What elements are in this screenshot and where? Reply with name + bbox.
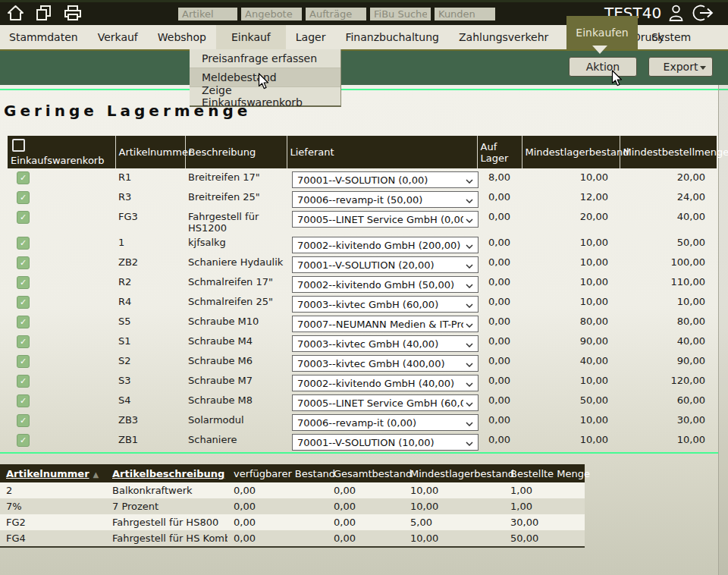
right-scroll-strip[interactable]: [718, 85, 728, 575]
auf-lager-value: 0,00: [477, 253, 522, 273]
row-checkbox[interactable]: ✓: [17, 335, 30, 348]
user-icon[interactable]: [667, 4, 685, 25]
search-input-kunden[interactable]: [435, 8, 495, 20]
auf-lager-value: 0,00: [477, 293, 522, 313]
column-header-beschreibung: Beschreibung: [185, 136, 287, 168]
home-icon[interactable]: [6, 4, 25, 22]
row-checkbox[interactable]: ✓: [17, 171, 30, 184]
bottom-table-body: 2Balkonkraftwerk0,000,0010,001,007%7 Pro…: [0, 482, 585, 547]
lieferant-select-value: 70003--kivtec GmbH (60,00): [297, 299, 463, 310]
checkbox-cell: ✓: [8, 431, 115, 451]
gesamtbestand-cell: 0,00: [328, 530, 404, 547]
table-row: ✓S2Schraube M670003--kivtec GmbH (400,00…: [8, 352, 717, 372]
copy-icon[interactable]: [35, 4, 53, 22]
table-row: ✓S1Schraube M470003--kivtec GmbH (40,00)…: [8, 332, 717, 352]
lieferant-select[interactable]: 70001--V-SOLUTION (10,00): [292, 434, 479, 451]
bottom-column-header-artikelbeschreibung[interactable]: Artikelbeschreibung: [106, 464, 228, 482]
table-row: ✓R2Schmalreifen 17"70002--kivitendo GmbH…: [8, 273, 717, 293]
lieferant-cell: 70001--V-SOLUTION (20,00): [287, 253, 477, 273]
lieferant-select-value: 70005--LINET Service GmbH (0,00): [297, 214, 463, 225]
row-checkbox[interactable]: ✓: [17, 414, 30, 427]
mindestbestellmenge-value: 50,00: [620, 234, 717, 253]
menu-item-lager[interactable]: Lager: [286, 25, 336, 49]
table-row: ✓1kjfsalkg70002--kivitendo GmbH (200,00)…: [8, 234, 717, 253]
chevron-down-icon: [463, 378, 473, 389]
lieferant-select[interactable]: 70003--kivtec GmbH (60,00): [292, 296, 479, 313]
beschreibung-cell: Schraube M10: [185, 313, 287, 332]
export-button[interactable]: Export: [648, 57, 713, 77]
mindestlagerbestand-value: 40,00: [522, 352, 620, 372]
lieferant-select[interactable]: 70001--V-SOLUTION (0,00): [292, 171, 479, 188]
lieferant-select[interactable]: 70002--kivitendo GmbH (50,00): [292, 276, 479, 293]
lieferant-select[interactable]: 70006--revamp-it (0,00): [292, 414, 479, 431]
menu-item-stammdaten[interactable]: Stammdaten: [0, 25, 88, 49]
logout-icon[interactable]: [692, 4, 716, 25]
row-checkbox[interactable]: ✓: [17, 256, 30, 269]
menu-item-zahlungsverkehr[interactable]: Zahlungsverkehr: [449, 25, 558, 49]
row-checkbox[interactable]: ✓: [17, 316, 30, 328]
lieferant-select[interactable]: 70001--V-SOLUTION (20,00): [292, 256, 479, 273]
bottom-column-header-verfügbarer-bestand: verfügbarer Bestand: [228, 464, 328, 482]
column-header-mindestbestellmenge: Mindestbestellmenge: [620, 136, 717, 168]
chevron-down-icon: [463, 299, 473, 310]
artikelnummer-cell: S3: [115, 372, 185, 391]
chevron-down-icon: [463, 174, 473, 186]
lieferant-select[interactable]: 70005--LINET Service GmbH (0,00): [292, 211, 479, 228]
lieferant-select[interactable]: 70005--LINET Service GmbH (60,00): [292, 394, 479, 411]
menu-item-webshop[interactable]: Webshop: [148, 25, 216, 49]
lieferant-select[interactable]: 70002--kivitendo GmbH (200,00): [292, 237, 479, 253]
auf-lager-value: 0,00: [477, 391, 522, 411]
print-icon[interactable]: [63, 4, 83, 22]
lieferant-select[interactable]: 70002--kivitendo GmbH (40,00): [292, 375, 479, 391]
lieferant-select[interactable]: 70003--kivtec GmbH (400,00): [292, 355, 479, 372]
lieferant-select-value: 70006--revamp-it (50,00): [297, 194, 463, 206]
lieferant-select[interactable]: 70003--kivtec GmbH (40,00): [292, 335, 479, 352]
topbar-accent-strip: [0, 0, 728, 2]
checkbox-cell: ✓: [8, 313, 115, 332]
lieferant-select[interactable]: 70007--NEUMANN Medien & IT-Proje: [292, 316, 479, 332]
mindestlagerbestand-cell: 10,00: [404, 498, 504, 514]
bottom-column-header-label: Artikelbeschreibung: [112, 468, 224, 479]
menu-item-einkauf[interactable]: Einkauf: [216, 25, 286, 49]
mindestlagerbestand-value: 10,00: [522, 431, 620, 451]
chevron-down-icon: [463, 279, 473, 291]
row-checkbox[interactable]: ✓: [17, 355, 30, 368]
mindestbestellmenge-value: 24,00: [620, 188, 717, 208]
lieferant-select-value: 70002--kivitendo GmbH (200,00): [297, 240, 463, 251]
row-checkbox[interactable]: ✓: [17, 237, 30, 250]
row-checkbox[interactable]: ✓: [17, 296, 30, 309]
chevron-down-icon: [463, 397, 473, 409]
mindestlagerbestand-value: 10,00: [522, 273, 620, 293]
row-checkbox[interactable]: ✓: [17, 394, 30, 407]
lieferant-select[interactable]: 70006--revamp-it (50,00): [292, 191, 479, 208]
search-input-angebote[interactable]: [241, 8, 302, 20]
search-input-fibu-suche[interactable]: [370, 8, 431, 20]
menu-item-system[interactable]: System: [641, 25, 701, 49]
aktion-button[interactable]: Aktion: [569, 57, 637, 77]
lieferant-cell: 70002--kivitendo GmbH (200,00): [287, 234, 477, 253]
bottom-green-divider: [0, 452, 718, 454]
mindestlagerbestand-value: 12,00: [522, 188, 620, 208]
auf-lager-value: 0,00: [477, 234, 522, 253]
mindestbestellmenge-value: 120,00: [620, 372, 717, 391]
bottom-column-header-bestellte-menge: Bestellte Menge: [504, 464, 585, 482]
mindestbestellmenge-value: 10,00: [620, 293, 717, 313]
menu-item-finanzbuchaltung[interactable]: Finanzbuchaltung: [335, 25, 449, 49]
checkbox-cell: ✓: [8, 273, 115, 293]
menu-item-verkauf[interactable]: Verkauf: [88, 25, 148, 49]
dropdown-item-preisanfrage-erfassen[interactable]: Preisanfrage erfassen: [190, 49, 340, 68]
beschreibung-cell: Fahrgestell für HS1200: [185, 208, 287, 234]
gesamtbestand-cell: 0,00: [328, 482, 404, 498]
bottom-column-header-artikelnummer[interactable]: Artikelnummer▲: [0, 464, 106, 482]
row-checkbox[interactable]: ✓: [17, 191, 30, 204]
beschreibung-cell: Schraube M4: [185, 332, 287, 352]
row-checkbox[interactable]: ✓: [17, 211, 30, 224]
search-input-artikel[interactable]: [178, 8, 237, 20]
topbar-search-group: [178, 8, 495, 20]
row-checkbox[interactable]: ✓: [17, 434, 30, 447]
row-checkbox[interactable]: ✓: [17, 375, 30, 388]
select-all-checkbox[interactable]: [12, 139, 25, 152]
lieferant-select-value: 70002--kivitendo GmbH (50,00): [297, 279, 463, 291]
row-checkbox[interactable]: ✓: [17, 276, 30, 289]
search-input-aufträge[interactable]: [306, 8, 366, 20]
